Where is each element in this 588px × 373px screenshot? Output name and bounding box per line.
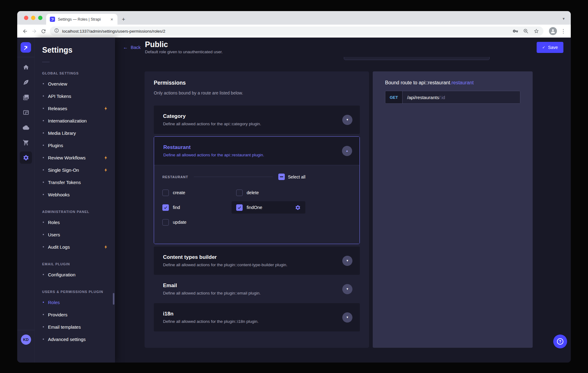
permissions-panel: Permissions Only actions bound by a rout… (145, 71, 369, 348)
page-subtitle: Default role given to unauthenticated us… (145, 50, 223, 54)
zoom-window-button[interactable] (38, 16, 42, 20)
deploy-cloud-icon[interactable] (20, 121, 32, 134)
sidebar-item-admin-roles[interactable]: Roles (35, 216, 115, 228)
browser-tab[interactable]: Settings — Roles | Strapi × (46, 14, 117, 25)
new-tab-button[interactable]: + (122, 16, 125, 22)
section-label-administration-panel: ADMINISTRATION PANEL (42, 210, 115, 214)
action-update[interactable]: update (158, 216, 232, 228)
update-checkbox[interactable] (162, 219, 169, 226)
accordion-email-name: Email (163, 283, 260, 289)
subnav-scrollbar-thumb[interactable] (113, 293, 114, 305)
restaurant-group-label: RESTAURANT (162, 175, 188, 179)
accordion-restaurant-name: Restaurant (163, 144, 264, 150)
address-bar[interactable]: localhost:1337/admin/settings/users-perm… (50, 26, 543, 36)
main-content: ← Back Public Default role given to unau… (115, 38, 571, 363)
accordion-restaurant-header[interactable]: Restaurant Define all allowed actions fo… (154, 137, 360, 165)
page-title: Public (145, 40, 223, 48)
action-findone[interactable]: findOne (232, 201, 305, 214)
chevron-down-icon[interactable]: ▼ (342, 115, 352, 125)
url-text: localhost:1337/admin/settings/users-perm… (62, 29, 165, 34)
create-checkbox[interactable] (162, 190, 169, 196)
sidebar-item-releases[interactable]: Releases (35, 102, 115, 114)
sidebar-item-single-sign-on[interactable]: Single Sign-On (35, 164, 115, 176)
sidebar-item-email-templates[interactable]: Email templates (35, 321, 115, 333)
rail-footer-divider (17, 330, 35, 330)
select-all-checkbox[interactable] (278, 174, 285, 180)
strapi-logo[interactable] (21, 42, 31, 53)
reload-button[interactable] (39, 26, 48, 36)
save-button[interactable]: ✓ Save (537, 42, 563, 53)
accordion-category-name: Category (163, 113, 261, 119)
sidebar-item-review-workflows[interactable]: Review Workflows (35, 151, 115, 164)
rail-footer: KD (17, 330, 34, 363)
minimize-window-button[interactable] (31, 16, 35, 20)
back-arrow-icon: ← (123, 45, 128, 50)
tab-search-chevron-icon[interactable]: ▾ (562, 16, 565, 21)
action-create[interactable]: create (158, 186, 232, 199)
sidebar-item-transfer-tokens[interactable]: Transfer Tokens (35, 176, 115, 188)
sidebar-item-internationalization[interactable]: Internationalization (35, 114, 115, 127)
content-type-builder-icon[interactable] (20, 106, 32, 118)
chevron-down-icon[interactable]: ▼ (342, 284, 352, 294)
settings-gear-icon[interactable] (20, 151, 32, 164)
accordion-content-types-builder[interactable]: Content types builder Define all allowed… (154, 247, 360, 275)
scroll-area[interactable]: Permissions Only actions bound by a rout… (115, 57, 571, 363)
chevron-down-icon[interactable]: ▼ (342, 312, 352, 323)
accordion-i18n[interactable]: i18n Define all allowed actions for the … (154, 303, 360, 331)
sidebar-item-overview[interactable]: Overview (35, 78, 115, 90)
sidebar-item-up-roles[interactable]: Roles (35, 296, 115, 308)
password-key-icon[interactable] (513, 28, 518, 34)
delete-checkbox[interactable] (236, 190, 243, 196)
accordion-email[interactable]: Email Define all allowed actions for the… (154, 275, 360, 303)
chevron-up-icon[interactable]: ▲ (342, 146, 352, 156)
browser-menu-icon[interactable]: ⋮ (561, 28, 566, 34)
sidebar-item-plugins[interactable]: Plugins (35, 139, 115, 151)
user-avatar[interactable]: KD (21, 335, 31, 345)
sidebar-item-api-tokens[interactable]: API Tokens (35, 90, 115, 102)
findone-label: findOne (247, 205, 262, 210)
permissions-title: Permissions (154, 80, 360, 86)
bound-route-title: Bound route to api::restaurant.restauran… (385, 80, 520, 86)
sidebar-item-audit-logs[interactable]: Audit Logs (35, 241, 115, 253)
bookmark-star-icon[interactable] (534, 28, 539, 34)
marketplace-cart-icon[interactable] (20, 136, 32, 149)
sidebar-item-email-configuration[interactable]: Configuration (35, 268, 115, 281)
back-button[interactable] (20, 26, 30, 36)
lightning-icon (104, 245, 108, 249)
page-header: ← Back Public Default role given to unau… (115, 38, 571, 57)
action-delete[interactable]: delete (232, 186, 305, 199)
description-field-remnant[interactable] (344, 57, 490, 60)
lightning-icon (104, 106, 108, 111)
lightning-icon (104, 155, 108, 160)
accordion-category[interactable]: Category Define all allowed actions for … (154, 106, 360, 134)
sidebar-item-providers[interactable]: Providers (35, 308, 115, 321)
action-find[interactable]: find (158, 201, 232, 214)
findone-checkbox[interactable] (236, 204, 243, 211)
zoom-icon[interactable] (523, 28, 529, 34)
select-all-control[interactable]: Select all (278, 174, 305, 180)
sidebar-item-advanced-settings[interactable]: Advanced settings (35, 333, 115, 345)
chevron-down-icon[interactable]: ▼ (342, 256, 352, 266)
site-info-icon[interactable] (54, 28, 59, 34)
browser-window: Settings — Roles | Strapi × + ▾ localhos… (17, 11, 571, 363)
settings-cog-icon[interactable] (295, 205, 301, 211)
browser-toolbar: localhost:1337/admin/settings/users-perm… (17, 25, 571, 38)
update-label: update (173, 220, 186, 225)
sidebar-item-webhooks[interactable]: Webhooks (35, 188, 115, 201)
forward-button[interactable] (30, 26, 39, 36)
content-manager-feather-icon[interactable] (20, 76, 32, 88)
route-path-main: /api/restaurants (407, 95, 439, 100)
close-window-button[interactable] (24, 16, 28, 20)
help-button[interactable]: ? (553, 335, 567, 348)
permissions-subtitle: Only actions bound by a route are listed… (154, 90, 360, 95)
browser-profile-avatar[interactable] (549, 27, 557, 35)
back-link[interactable]: ← Back (123, 45, 141, 50)
accordion-category-description: Define all allowed actions for the api::… (163, 122, 261, 126)
home-icon[interactable] (20, 61, 32, 73)
question-mark-icon: ? (557, 338, 563, 345)
sidebar-item-media-library[interactable]: Media Library (35, 127, 115, 139)
tab-close-icon[interactable]: × (110, 16, 114, 22)
sidebar-item-admin-users[interactable]: Users (35, 228, 115, 241)
media-library-icon[interactable] (20, 91, 32, 103)
find-checkbox[interactable] (162, 204, 169, 211)
